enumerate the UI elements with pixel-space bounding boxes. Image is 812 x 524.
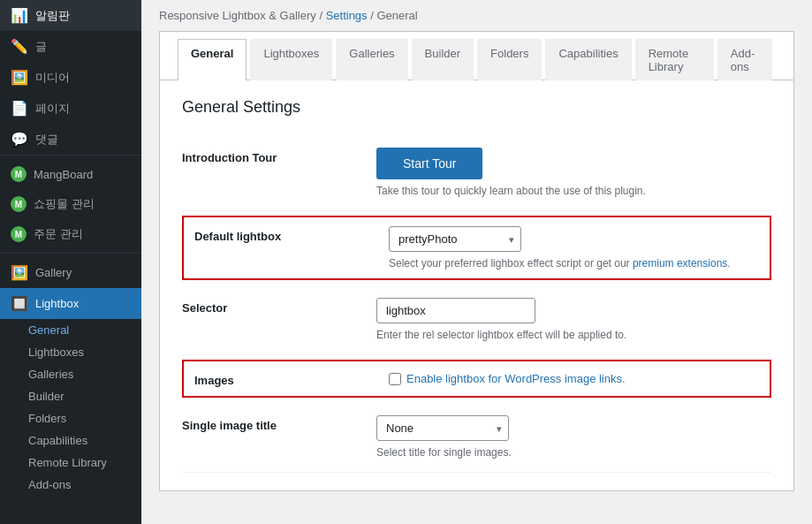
pages-icon: 📄: [11, 100, 28, 117]
setting-label-selector: Selector: [182, 298, 376, 315]
sidebar-label-shop: 쇼핑몰 관리: [34, 196, 95, 212]
sidebar-label-dashboard: 알림판: [35, 8, 70, 24]
setting-control-images: Enable lightbox for WordPress image link…: [389, 372, 759, 385]
setting-control-lightbox: prettyPhoto FancyBox Swipebox nivo ▾ Sel…: [389, 226, 759, 270]
sidebar-sub-lightboxes[interactable]: Lightboxes: [0, 341, 141, 363]
lightbox-icon: 🔲: [11, 295, 28, 312]
breadcrumb-separator-1: /: [319, 9, 325, 22]
setting-control-tour: Start Tour Take this tour to quickly lea…: [376, 148, 771, 197]
comments-icon: 💬: [11, 131, 28, 148]
sidebar-label-pages: 페이지: [35, 101, 70, 117]
sidebar-label-media: 미디어: [35, 70, 70, 86]
breadcrumb-plugin: Responsive Lightbox & Gallery: [159, 9, 316, 22]
single-title-select-wrapper: None Title Caption Alt text Description …: [376, 415, 509, 441]
posts-icon: ✏️: [11, 38, 28, 55]
images-checkbox[interactable]: [389, 373, 401, 385]
selector-help-text: Enter the rel selector lightbox effect w…: [376, 329, 771, 341]
sidebar-label-orders: 주문 관리: [34, 226, 83, 242]
sidebar-item-comments[interactable]: 💬 댓글: [0, 124, 141, 155]
sidebar-item-media[interactable]: 🖼️ 미디어: [0, 62, 141, 93]
setting-label-single-title: Single image title: [182, 415, 376, 432]
sidebar-item-mangboard[interactable]: M MangBoard: [0, 159, 141, 189]
sidebar-sub-builder[interactable]: Builder: [0, 385, 141, 407]
tab-folders[interactable]: Folders: [477, 39, 542, 80]
sidebar-item-lightbox[interactable]: 🔲 Lightbox: [0, 288, 141, 319]
setting-row-single-title: Single image title None Title Caption Al…: [182, 402, 771, 473]
images-checkbox-wrapper: Enable lightbox for WordPress image link…: [389, 372, 759, 385]
setting-control-selector: Enter the rel selector lightbox effect w…: [376, 298, 771, 341]
lightbox-select-wrapper: prettyPhoto FancyBox Swipebox nivo ▾: [389, 226, 521, 252]
breadcrumb-general: General: [376, 9, 417, 22]
setting-label-lightbox: Default lightbox: [194, 226, 389, 243]
sidebar-label-comments: 댓글: [35, 132, 58, 148]
tab-remote-library[interactable]: Remote Library: [635, 39, 714, 80]
sidebar-label-lightbox: Lightbox: [35, 297, 79, 310]
settings-area: General Settings Introduction Tour Start…: [160, 80, 793, 490]
setting-row-images-highlight: Images Enable lightbox for WordPress ima…: [182, 360, 771, 398]
sidebar-item-posts[interactable]: ✏️ 글: [0, 31, 141, 62]
dashboard-icon: 📊: [11, 7, 28, 24]
sidebar-item-pages[interactable]: 📄 페이지: [0, 93, 141, 124]
orders-icon: M: [11, 226, 27, 242]
sidebar-sub-general[interactable]: General: [0, 319, 141, 341]
shop-icon: M: [11, 196, 27, 212]
sidebar-item-shop[interactable]: M 쇼핑몰 관리: [0, 189, 141, 219]
breadcrumb-settings[interactable]: Settings: [326, 9, 368, 22]
start-tour-button[interactable]: Start Tour: [376, 148, 482, 179]
lightbox-help-text: Select your preferred lighbox effect scr…: [389, 257, 759, 270]
setting-row-lightbox-inner: Default lightbox prettyPhoto FancyBox Sw…: [194, 226, 759, 270]
sidebar-sub-add-ons[interactable]: Add-ons: [0, 474, 141, 496]
tab-builder[interactable]: Builder: [412, 39, 474, 80]
setting-control-single-title: None Title Caption Alt text Description …: [376, 415, 771, 459]
setting-row-selector: Selector Enter the rel selector lightbox…: [182, 285, 771, 355]
setting-label-tour: Introduction Tour: [182, 148, 376, 164]
gallery-icon: 🖼️: [11, 264, 28, 281]
sidebar-section-gallery: 🖼️ Gallery 🔲 Lightbox General Lightboxes…: [0, 253, 141, 499]
single-title-help-text: Select title for single images.: [376, 446, 771, 459]
setting-row-images-inner: Images Enable lightbox for WordPress ima…: [194, 370, 759, 387]
sidebar-sub-remote-library[interactable]: Remote Library: [0, 452, 141, 474]
sidebar-item-gallery[interactable]: 🖼️ Gallery: [0, 257, 141, 288]
main-content: Responsive Lightbox & Gallery / Settings…: [141, 0, 812, 524]
tab-general[interactable]: General: [178, 39, 247, 80]
sidebar-sub-folders[interactable]: Folders: [0, 407, 141, 429]
setting-row-lightbox-highlight: Default lightbox prettyPhoto FancyBox Sw…: [182, 216, 771, 280]
tab-lightboxes[interactable]: Lightboxes: [250, 39, 332, 80]
media-icon: 🖼️: [11, 69, 28, 86]
tab-galleries[interactable]: Galleries: [336, 39, 407, 80]
sidebar-item-dashboard[interactable]: 📊 알림판: [0, 0, 141, 31]
sidebar-sub-galleries[interactable]: Galleries: [0, 363, 141, 385]
setting-row-tour: Introduction Tour Start Tour Take this t…: [182, 134, 771, 211]
images-checkbox-label[interactable]: Enable lightbox for WordPress image link…: [406, 372, 626, 385]
setting-label-images: Images: [194, 370, 389, 387]
sidebar: 📊 알림판 ✏️ 글 🖼️ 미디어 📄 페이지 💬 댓글 M MangBoard…: [0, 0, 141, 524]
tabs-bar: General Lightboxes Galleries Builder Fol…: [160, 32, 793, 80]
page-title: General Settings: [182, 98, 771, 117]
sidebar-label-gallery: Gallery: [35, 266, 72, 279]
page-wrapper: General Lightboxes Galleries Builder Fol…: [159, 31, 794, 491]
tab-capabilities[interactable]: Capabilities: [545, 39, 631, 80]
premium-extensions-link[interactable]: premium extensions: [633, 257, 727, 270]
sidebar-section-plugins: M MangBoard M 쇼핑몰 관리 M 주문 관리: [0, 155, 141, 253]
sidebar-sub-capabilities[interactable]: Capabilities: [0, 429, 141, 452]
lightbox-select[interactable]: prettyPhoto FancyBox Swipebox nivo: [389, 226, 521, 252]
tab-add-ons[interactable]: Add-ons: [717, 39, 772, 80]
tour-help-text: Take this tour to quickly learn about th…: [376, 185, 771, 197]
sidebar-item-orders[interactable]: M 주문 관리: [0, 219, 141, 249]
sidebar-label-posts: 글: [35, 39, 47, 55]
mangboard-icon: M: [11, 166, 27, 182]
single-title-select[interactable]: None Title Caption Alt text Description: [376, 415, 509, 441]
selector-input[interactable]: [376, 298, 535, 323]
sidebar-label-mangboard: MangBoard: [34, 168, 93, 181]
breadcrumb: Responsive Lightbox & Gallery / Settings…: [141, 0, 812, 31]
